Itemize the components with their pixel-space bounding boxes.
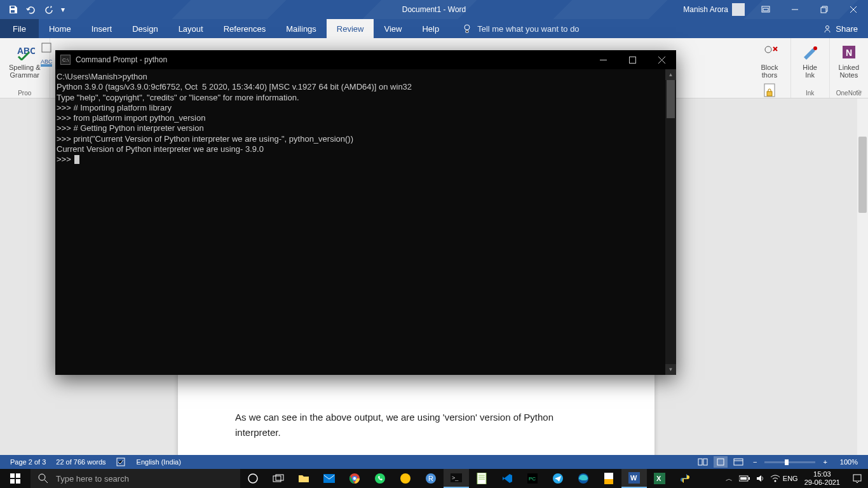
word-count-status[interactable]: 22 of 766 words (51, 458, 111, 466)
tab-design[interactable]: Design (122, 19, 168, 38)
redo-button[interactable] (41, 0, 57, 19)
svg-rect-23 (16, 479, 20, 484)
svg-point-3 (465, 25, 470, 30)
cortana-button[interactable] (240, 469, 266, 488)
ink-icon (800, 42, 820, 62)
svg-text:PC: PC (529, 476, 536, 482)
vscode-icon[interactable] (494, 469, 520, 488)
web-layout-button[interactable] (731, 456, 745, 468)
svg-point-24 (39, 474, 45, 480)
ribbon-options-button[interactable] (751, 0, 780, 19)
start-button[interactable] (0, 469, 31, 488)
collapse-ribbon-button[interactable]: ︿ (855, 85, 863, 95)
task-view-button[interactable] (266, 469, 291, 488)
print-layout-button[interactable] (714, 456, 728, 468)
language-status[interactable]: English (India) (132, 458, 186, 466)
zoom-level[interactable]: 100% (835, 458, 863, 466)
svg-rect-16 (698, 459, 702, 465)
cmd-output[interactable]: C:\Users\Manish>python Python 3.9.0 (tag… (55, 69, 665, 375)
cmd-maximize-button[interactable] (618, 50, 647, 69)
edge-icon[interactable] (571, 469, 596, 488)
zoom-out-button[interactable]: − (749, 458, 761, 466)
restore-button[interactable] (810, 0, 839, 19)
minimize-button[interactable] (780, 0, 810, 19)
svg-text:R: R (428, 475, 433, 482)
file-explorer-icon[interactable] (291, 469, 316, 488)
python-icon[interactable] (672, 469, 698, 488)
proofing-group-label: Proo (18, 90, 31, 97)
notepadpp-icon[interactable] (469, 469, 494, 488)
pycharm-icon[interactable]: PC (520, 469, 545, 488)
chrome-icon[interactable] (342, 469, 367, 488)
close-button[interactable] (839, 0, 868, 19)
cmd-minimize-button[interactable] (588, 50, 618, 69)
app-icon-r[interactable]: R (418, 469, 444, 488)
undo-button[interactable] (23, 0, 39, 19)
word-count-icon[interactable]: ABC (41, 56, 53, 67)
tab-help[interactable]: Help (412, 19, 449, 38)
share-button[interactable]: Share (813, 19, 868, 38)
linked-notes-button[interactable]: N Linked Notes (835, 41, 863, 80)
share-icon (823, 24, 832, 33)
tab-file[interactable]: File (0, 19, 39, 38)
zoom-in-button[interactable]: + (819, 458, 831, 466)
read-mode-button[interactable] (696, 456, 710, 468)
svg-rect-22 (10, 479, 15, 484)
avatar (732, 3, 745, 16)
volume-icon[interactable] (752, 474, 768, 483)
svg-rect-27 (276, 475, 283, 480)
tab-review[interactable]: Review (327, 19, 374, 38)
cmd-titlebar[interactable]: C:\ Command Prompt - python (55, 50, 676, 69)
svg-rect-53 (853, 475, 861, 481)
telegram-icon[interactable] (545, 469, 571, 488)
app-icon-yellow[interactable] (393, 469, 418, 488)
tray-chevron-icon[interactable]: ︿ (722, 474, 737, 484)
spelling-grammar-button[interactable]: ABC Spelling & Grammar (5, 41, 44, 80)
ink-group-label: Ink (806, 90, 814, 97)
thesaurus-icon[interactable] (41, 42, 53, 53)
tab-insert[interactable]: Insert (81, 19, 123, 38)
cmd-taskbar-icon[interactable]: >_ (444, 469, 469, 488)
svg-point-33 (400, 473, 410, 484)
app-icon-doc[interactable] (596, 469, 621, 488)
notifications-icon[interactable] (846, 473, 868, 484)
svg-rect-28 (323, 474, 335, 483)
block-authors-button[interactable]: Block thors (756, 41, 783, 80)
taskbar-search[interactable]: Type here to search (31, 469, 240, 488)
clock[interactable]: 15:03 29-06-2021 (798, 470, 846, 487)
spellcheck-status-icon[interactable] (111, 458, 132, 466)
svg-rect-17 (703, 459, 707, 465)
tab-references[interactable]: References (214, 19, 276, 38)
taskbar: Type here to search R >_ PC W X ︿ ENG 15… (0, 469, 868, 488)
lightbulb-icon (462, 24, 472, 34)
page-number-status[interactable]: Page 2 of 3 (5, 458, 51, 466)
whatsapp-icon[interactable] (367, 469, 393, 488)
wifi-icon[interactable] (768, 475, 783, 482)
svg-rect-18 (717, 459, 724, 465)
battery-icon[interactable] (737, 475, 752, 482)
tab-mailings[interactable]: Mailings (276, 19, 327, 38)
cmd-scrollbar[interactable]: ▲ ▼ (665, 69, 676, 375)
mail-icon[interactable] (316, 469, 342, 488)
onenote-icon: N (839, 42, 859, 62)
word-taskbar-icon[interactable]: W (621, 469, 647, 488)
user-account[interactable]: Manish Arora (677, 0, 751, 19)
svg-rect-2 (821, 8, 826, 13)
tab-layout[interactable]: Layout (168, 19, 214, 38)
scrollbar[interactable] (857, 98, 868, 455)
hide-ink-button[interactable]: Hide Ink (796, 41, 824, 80)
zoom-slider[interactable] (764, 461, 815, 463)
tell-me-search[interactable]: Tell me what you want to do (462, 24, 579, 34)
qat-customize[interactable]: ▾ (58, 0, 67, 19)
svg-text:W: W (630, 474, 637, 482)
svg-rect-20 (10, 473, 15, 478)
save-button[interactable] (5, 0, 22, 19)
excel-icon[interactable]: X (647, 469, 672, 488)
status-bar: Page 2 of 3 22 of 766 words English (Ind… (0, 455, 868, 469)
svg-point-31 (353, 477, 356, 480)
tab-view[interactable]: View (374, 19, 412, 38)
tab-home[interactable]: Home (39, 19, 81, 38)
document-title: Document1 - Word (402, 5, 466, 14)
cmd-close-button[interactable] (647, 50, 676, 69)
keyboard-lang[interactable]: ENG (783, 475, 798, 482)
